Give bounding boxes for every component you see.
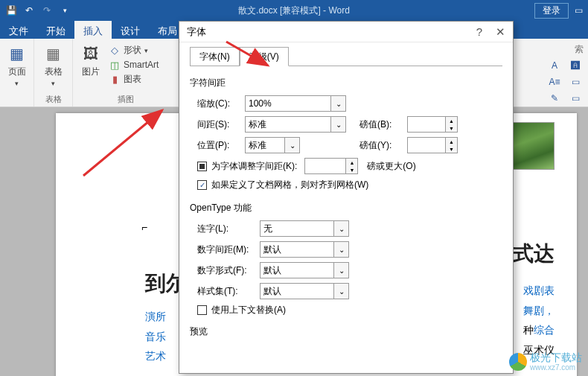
chevron-down-icon[interactable]: ⌄ bbox=[331, 95, 346, 112]
dialog-tabs: 字体(N) 高级(V) bbox=[190, 47, 502, 66]
text-cursor: ⌐ bbox=[141, 221, 147, 233]
styleset-label: 样式集(T): bbox=[190, 285, 255, 298]
table-button[interactable]: ▦ 表格 ▾ bbox=[39, 42, 68, 89]
page-right-links: 戏剧表 舞剧， 种综合 巫术仪 bbox=[523, 281, 555, 360]
wordart-icon[interactable]: 🅰 bbox=[567, 59, 584, 72]
help-icon[interactable]: ? bbox=[476, 25, 482, 39]
image-icon: 🖼 bbox=[80, 43, 101, 64]
point-input2[interactable] bbox=[407, 137, 446, 153]
search-trail: 索 bbox=[575, 43, 584, 56]
context-label: 使用上下文替换(A) bbox=[211, 304, 286, 316]
numform-combo[interactable]: ⌄ bbox=[260, 262, 349, 278]
shape-icon: ◇ bbox=[109, 45, 121, 57]
row-context: 使用上下文替换(A) bbox=[197, 304, 502, 316]
link-2[interactable]: 音乐 bbox=[145, 331, 166, 342]
position-combo[interactable]: ⌄ bbox=[245, 137, 300, 153]
date-icon[interactable]: ▭ bbox=[567, 92, 584, 105]
ligature-input[interactable] bbox=[260, 220, 334, 237]
chevron-down-icon[interactable]: ⌄ bbox=[334, 220, 349, 237]
chart-button[interactable]: ▮ 图表 bbox=[107, 72, 160, 86]
rlink-3p: 种 bbox=[523, 324, 534, 336]
dropcap-icon[interactable]: A≡ bbox=[546, 75, 563, 89]
chevron-down-icon: ▾ bbox=[51, 80, 55, 87]
illustration-group-label: 插图 bbox=[77, 94, 173, 105]
rlink-3[interactable]: 综合 bbox=[534, 324, 555, 336]
context-checkbox[interactable] bbox=[197, 305, 207, 315]
tab-insert[interactable]: 插入 bbox=[74, 21, 112, 39]
numform-input[interactable] bbox=[260, 262, 334, 278]
shape-button[interactable]: ◇ 形状▾ bbox=[107, 43, 160, 57]
close-icon[interactable]: ✕ bbox=[496, 25, 505, 39]
login-button[interactable]: 登录 bbox=[534, 3, 569, 19]
tab-home[interactable]: 开始 bbox=[37, 21, 74, 39]
spacing-combo[interactable]: ⌄ bbox=[245, 116, 346, 133]
dialog-title: 字体 bbox=[187, 25, 206, 39]
spacing-label: 间距(S): bbox=[190, 118, 240, 131]
document-title: 散文.docx [兼容模式] - Word bbox=[238, 4, 350, 17]
kerning-spin[interactable]: ▲▼ bbox=[304, 158, 358, 174]
ligature-combo[interactable]: ⌄ bbox=[260, 220, 349, 237]
smartart-button[interactable]: ◫ SmartArt bbox=[107, 58, 160, 71]
link-1[interactable]: 演所 bbox=[145, 310, 166, 322]
tab-design[interactable]: 设计 bbox=[112, 21, 149, 39]
smartart-label: SmartArt bbox=[124, 60, 159, 70]
textbox-icon[interactable]: A bbox=[546, 59, 563, 72]
spinner-icon[interactable]: ▲▼ bbox=[446, 137, 458, 153]
row-styleset: 样式集(T): ⌄ bbox=[190, 283, 502, 299]
scale-combo[interactable]: ⌄ bbox=[245, 95, 346, 112]
chevron-down-icon[interactable]: ⌄ bbox=[331, 116, 346, 133]
object-icon[interactable]: ▭ bbox=[567, 75, 584, 89]
row-scale: 缩放(C): ⌄ bbox=[190, 95, 502, 112]
chevron-down-icon[interactable]: ⌄ bbox=[285, 137, 300, 153]
smartart-icon: ◫ bbox=[109, 59, 121, 71]
styleset-input[interactable] bbox=[260, 283, 334, 299]
plant-image bbox=[508, 122, 555, 170]
image-button[interactable]: 🖼 图片 bbox=[77, 42, 104, 86]
watermark: 极光下载站 www.xz7.com bbox=[509, 352, 582, 372]
chevron-down-icon[interactable]: ⌄ bbox=[334, 241, 349, 258]
chart-icon: ▮ bbox=[109, 74, 121, 86]
signature-icon[interactable]: ✎ bbox=[546, 92, 563, 105]
point-label: 磅值(B): bbox=[359, 118, 400, 131]
chart-label: 图表 bbox=[124, 73, 141, 86]
tab-font[interactable]: 字体(N) bbox=[190, 47, 240, 66]
page-button[interactable]: ▦ 页面 ▾ bbox=[4, 42, 29, 89]
point-spin2[interactable]: ▲▼ bbox=[407, 137, 458, 153]
redo-icon[interactable]: ↷ bbox=[39, 2, 55, 19]
save-icon[interactable]: 💾 bbox=[3, 2, 19, 19]
ribbon-options-icon[interactable]: ▭ bbox=[570, 2, 587, 19]
styleset-combo[interactable]: ⌄ bbox=[260, 283, 349, 299]
scale-input[interactable] bbox=[245, 95, 331, 112]
tab-file[interactable]: 文件 bbox=[0, 21, 37, 39]
chevron-down-icon: ▾ bbox=[15, 80, 19, 87]
link-3[interactable]: 艺术 bbox=[145, 350, 166, 362]
tab-advanced[interactable]: 高级(V) bbox=[240, 47, 289, 66]
row-numform: 数字形式(F): ⌄ bbox=[190, 262, 502, 278]
ribbon-group-illustration: 🖼 图片 ◇ 形状▾ ◫ SmartArt ▮ 图表 插图 bbox=[73, 39, 179, 106]
undo-icon[interactable]: ↶ bbox=[21, 2, 37, 19]
spinner-icon[interactable]: ▲▼ bbox=[446, 116, 458, 133]
numform-label: 数字形式(F): bbox=[190, 264, 255, 277]
point-spin[interactable]: ▲▼ bbox=[407, 116, 458, 133]
qa-dropdown-icon[interactable]: ▾ bbox=[57, 2, 73, 19]
spinner-icon[interactable]: ▲▼ bbox=[346, 158, 358, 174]
numspacing-input[interactable] bbox=[260, 241, 334, 258]
kerning-label: 为字体调整字间距(K): bbox=[211, 160, 297, 173]
rlink-1[interactable]: 戏剧表 bbox=[523, 284, 555, 296]
image-label: 图片 bbox=[82, 66, 100, 78]
grid-checkbox[interactable] bbox=[197, 180, 207, 190]
row-ligature: 连字(L): ⌄ bbox=[190, 220, 502, 237]
chevron-down-icon[interactable]: ⌄ bbox=[334, 262, 349, 278]
rlink-2[interactable]: 舞剧， bbox=[523, 305, 555, 316]
chevron-down-icon[interactable]: ⌄ bbox=[334, 283, 349, 299]
kerning-input[interactable] bbox=[304, 158, 346, 174]
scale-label: 缩放(C): bbox=[190, 98, 240, 110]
kerning-checkbox[interactable] bbox=[197, 162, 207, 171]
position-input[interactable] bbox=[245, 137, 285, 153]
numspacing-combo[interactable]: ⌄ bbox=[260, 241, 349, 258]
ligature-label: 连字(L): bbox=[190, 223, 255, 235]
page-icon: ▦ bbox=[7, 43, 28, 64]
row-numspacing: 数字间距(M): ⌄ bbox=[190, 241, 502, 258]
point-input[interactable] bbox=[407, 116, 446, 133]
spacing-input[interactable] bbox=[245, 116, 331, 133]
